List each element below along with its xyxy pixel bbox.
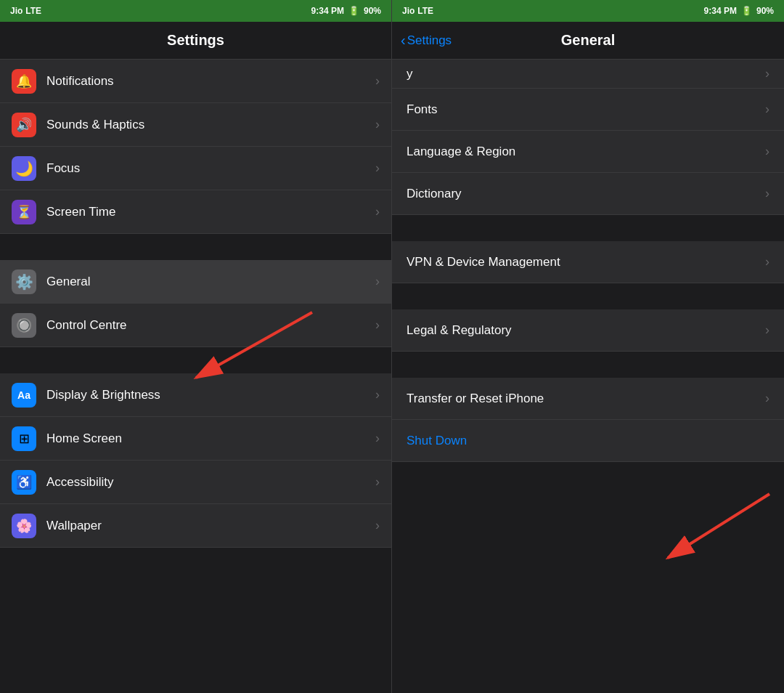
left-status-bar: Jio LTE 9:34 PM 🔋 90%: [0, 0, 391, 22]
left-settings-list: 🔔 Notifications › 🔊 Sounds & Haptics › 🌙…: [0, 60, 391, 693]
legal-chevron: ›: [765, 323, 769, 338]
right-group-spacer3: [392, 352, 784, 378]
display-chevron: ›: [375, 387, 380, 402]
general-label: General: [46, 275, 369, 289]
network-right: LTE: [417, 6, 433, 16]
language-label: Language & Region: [407, 145, 759, 159]
focus-icon: 🌙: [12, 156, 36, 181]
right-status-bar: Jio LTE 9:34 PM 🔋 90%: [392, 0, 784, 22]
partial-item[interactable]: y ›: [392, 60, 784, 89]
right-nav-bar: ‹ Settings General: [392, 22, 784, 60]
battery-icon-right: 🔋: [741, 6, 752, 16]
sidebar-item-focus[interactable]: 🌙 Focus ›: [0, 147, 391, 190]
focus-chevron: ›: [375, 161, 380, 176]
fonts-chevron: ›: [765, 102, 769, 117]
sounds-label: Sounds & Haptics: [46, 118, 369, 132]
settings-item-dictionary[interactable]: Dictionary ›: [392, 173, 784, 215]
right-group-spacer2: [392, 283, 784, 309]
sidebar-item-wallpaper[interactable]: 🌸 Wallpaper ›: [0, 504, 391, 548]
settings-item-fonts[interactable]: Fonts ›: [392, 89, 784, 131]
language-chevron: ›: [765, 144, 769, 159]
accessibility-label: Accessibility: [46, 475, 369, 490]
notifications-chevron: ›: [375, 73, 380, 89]
display-icon: Aa: [12, 383, 36, 408]
focus-label: Focus: [46, 161, 369, 176]
network-left: LTE: [25, 6, 41, 16]
settings-item-shutdown[interactable]: Shut Down: [392, 420, 784, 462]
sounds-chevron: ›: [375, 117, 380, 132]
left-status-bar-left: Jio LTE: [10, 6, 41, 16]
sounds-icon: 🔊: [12, 113, 36, 137]
battery-left: 90%: [364, 6, 381, 16]
vpn-label: VPN & Device Management: [407, 255, 759, 270]
notifications-label: Notifications: [46, 74, 369, 89]
right-status-bar-left: Jio LTE: [402, 6, 433, 16]
sidebar-item-controlcentre[interactable]: 🔘 Control Centre ›: [0, 304, 391, 347]
homescreen-icon: ⊞: [12, 426, 36, 451]
settings-item-legal[interactable]: Legal & Regulatory ›: [392, 309, 784, 352]
controlcentre-chevron: ›: [375, 317, 380, 333]
sidebar-item-screentime[interactable]: ⏳ Screen Time ›: [0, 190, 391, 234]
battery-icon-left: 🔋: [348, 6, 359, 16]
right-group2: VPN & Device Management ›: [392, 241, 784, 283]
back-chevron-icon: ‹: [401, 32, 406, 49]
wallpaper-label: Wallpaper: [46, 519, 369, 533]
controlcentre-icon: 🔘: [12, 313, 36, 338]
sidebar-item-general[interactable]: ⚙️ General ›: [0, 260, 391, 304]
controlcentre-label: Control Centre: [46, 318, 369, 333]
legal-label: Legal & Regulatory: [407, 323, 759, 338]
settings-item-transfer[interactable]: Transfer or Reset iPhone ›: [392, 378, 784, 420]
back-label: Settings: [407, 33, 452, 48]
right-settings-list: y › Fonts › Language & Region › Dictiona…: [392, 60, 784, 693]
sidebar-item-sounds[interactable]: 🔊 Sounds & Haptics ›: [0, 103, 391, 147]
partial-label: y: [407, 67, 759, 81]
carrier-left: Jio: [10, 6, 23, 16]
homescreen-chevron: ›: [375, 431, 380, 446]
left-nav-bar: Settings: [0, 22, 391, 60]
accessibility-chevron: ›: [375, 474, 380, 490]
dictionary-label: Dictionary: [407, 187, 759, 201]
wallpaper-icon: 🌸: [12, 514, 36, 538]
right-group1: Fonts › Language & Region › Dictionary ›: [392, 89, 784, 215]
right-panel: Jio LTE 9:34 PM 🔋 90% ‹ Settings General…: [392, 0, 784, 693]
left-group3: Aa Display & Brightness › ⊞ Home Screen …: [0, 373, 391, 548]
sidebar-item-homescreen[interactable]: ⊞ Home Screen ›: [0, 417, 391, 461]
sidebar-item-accessibility[interactable]: ♿ Accessibility ›: [0, 461, 391, 504]
left-panel: Jio LTE 9:34 PM 🔋 90% Settings 🔔 Notific…: [0, 0, 392, 693]
settings-item-vpn[interactable]: VPN & Device Management ›: [392, 241, 784, 283]
left-nav-title: Settings: [167, 32, 224, 49]
right-nav-title: General: [561, 32, 615, 49]
screentime-icon: ⏳: [12, 200, 36, 224]
carrier-right: Jio: [402, 6, 415, 16]
transfer-label: Transfer or Reset iPhone: [407, 392, 759, 406]
general-chevron: ›: [375, 274, 380, 289]
accessibility-icon: ♿: [12, 470, 36, 495]
dictionary-chevron: ›: [765, 186, 769, 201]
right-group3: Legal & Regulatory ›: [392, 309, 784, 352]
fonts-label: Fonts: [407, 102, 759, 117]
partial-chevron: ›: [765, 66, 769, 81]
notifications-icon: 🔔: [12, 69, 36, 94]
display-label: Display & Brightness: [46, 388, 369, 402]
shutdown-label: Shut Down: [407, 434, 769, 448]
battery-right: 90%: [756, 6, 774, 16]
sidebar-item-display[interactable]: Aa Display & Brightness ›: [0, 373, 391, 417]
screentime-label: Screen Time: [46, 205, 369, 219]
back-button[interactable]: ‹ Settings: [401, 32, 452, 49]
sidebar-item-notifications[interactable]: 🔔 Notifications ›: [0, 60, 391, 103]
vpn-chevron: ›: [765, 254, 769, 270]
time-left: 9:34 PM: [311, 6, 344, 16]
time-right: 9:34 PM: [704, 6, 737, 16]
left-group-spacer2: [0, 347, 391, 373]
transfer-chevron: ›: [765, 391, 769, 406]
right-group4: Transfer or Reset iPhone › Shut Down: [392, 378, 784, 462]
left-status-bar-right: 9:34 PM 🔋 90%: [311, 6, 381, 16]
screentime-chevron: ›: [375, 204, 380, 219]
right-status-bar-right: 9:34 PM 🔋 90%: [704, 6, 774, 16]
wallpaper-chevron: ›: [375, 518, 380, 533]
right-group-spacer1: [392, 215, 784, 241]
left-group2: ⚙️ General › 🔘 Control Centre ›: [0, 260, 391, 347]
settings-item-language[interactable]: Language & Region ›: [392, 131, 784, 173]
left-group-spacer1: [0, 234, 391, 260]
left-group1: 🔔 Notifications › 🔊 Sounds & Haptics › 🌙…: [0, 60, 391, 234]
